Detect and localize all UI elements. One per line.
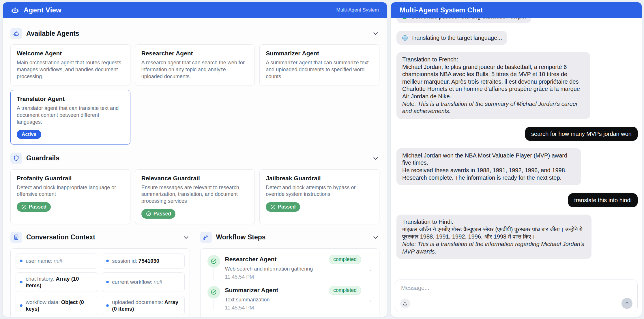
workflow-step-summarizer: Summarizer Agent completed → Text summar… xyxy=(207,286,372,317)
bottom-sections: Conversation Context user name: null ses… xyxy=(10,232,379,317)
message-heading: Translation to French: xyxy=(402,56,585,63)
assistant-message-hindi: Translation to Hindi: माइकल जॉर्डन ने एन… xyxy=(396,215,591,259)
arrow-right-icon[interactable]: → xyxy=(366,265,372,273)
step-time: 11:45:54 PM xyxy=(225,305,372,311)
message-line: Michael Jordan won the NBA Most Valuable… xyxy=(402,152,575,167)
guardrail-description: Ensure messages are relevant to research… xyxy=(141,184,249,205)
guardrail-card-relevance: Relevance Guardrail Ensure messages are … xyxy=(135,169,255,224)
step-name: Researcher Agent xyxy=(225,256,277,263)
arrow-up-icon xyxy=(624,301,630,306)
section-title: Conversation Context xyxy=(26,233,95,241)
chevron-down-icon[interactable] xyxy=(182,234,190,241)
chat-header: Multi-Agent System Chat xyxy=(391,2,642,18)
assistant-message-clipped: Guardrails passed. Starting translation … xyxy=(396,18,531,23)
chat-title: Multi-Agent System Chat xyxy=(400,6,483,14)
agent-description: Main orchestration agent that routes req… xyxy=(17,59,124,80)
message-line: Research complete. The information is re… xyxy=(402,174,575,182)
blue-dot-icon xyxy=(20,260,23,262)
document-icon xyxy=(10,232,22,243)
passed-badge: Passed xyxy=(141,209,175,219)
check-circle-icon xyxy=(207,255,220,268)
guardrails-grid: Profanity Guardrail Detect and block ina… xyxy=(10,169,379,224)
context-item-uploaded-documents: uploaded documents: Array (0 items) xyxy=(102,296,184,315)
agent-card-summarizer: Summarizer Agent A summarizer agent that… xyxy=(259,44,379,85)
agent-view-header: Agent View Multi-Agent System xyxy=(3,2,387,18)
chevron-down-icon[interactable] xyxy=(372,234,379,241)
check-circle-icon xyxy=(207,286,220,299)
passed-badge: Passed xyxy=(266,202,300,212)
agents-grid: Welcome Agent Main orchestration agent t… xyxy=(10,44,379,145)
step-time: 11:45:54 PM xyxy=(225,274,372,280)
message-line: He received these awards in 1988, 1991, … xyxy=(402,167,575,174)
message-heading: Translation to Hindi: xyxy=(402,218,586,226)
globe-icon xyxy=(402,35,408,41)
message-text: Guardrails passed. Starting translation … xyxy=(411,18,526,20)
arrow-right-icon[interactable]: → xyxy=(366,296,372,304)
guardrail-name: Jailbreak Guardrail xyxy=(266,175,373,182)
step-description: Web search and information gathering xyxy=(225,266,372,272)
message-note: Note: This is a translation of the summa… xyxy=(402,100,585,115)
section-title: Available Agents xyxy=(26,30,79,37)
agent-view-panel: Agent View Multi-Agent System Available … xyxy=(3,2,387,317)
message-note: Note: This is a translation of the infor… xyxy=(402,241,586,255)
user-message: search for how many MVPs jordan won xyxy=(525,127,638,141)
agent-name: Summarizer Agent xyxy=(266,50,373,57)
agent-description: A summarizer agent that can summarize te… xyxy=(266,59,373,80)
message-input[interactable] xyxy=(395,280,637,296)
step-description: Text summarization xyxy=(225,297,372,303)
agent-card-researcher: Researcher Agent A research agent that c… xyxy=(135,44,255,85)
completed-badge: completed xyxy=(329,255,361,264)
robot-icon xyxy=(11,6,19,14)
guardrail-name: Relevance Guardrail xyxy=(141,175,249,182)
section-title: Guardrails xyxy=(26,154,59,162)
message-body: माइकल जॉर्डन ने एनबीए मोस्ट वैल्यूएबल प्… xyxy=(402,226,586,241)
blue-dot-icon xyxy=(106,260,109,262)
chat-messages[interactable]: Guardrails passed. Starting translation … xyxy=(391,18,642,275)
guardrail-description: Detect and block attempts to bypass or o… xyxy=(266,184,373,198)
guardrail-name: Profanity Guardrail xyxy=(17,175,124,182)
assistant-message-mvp: Michael Jordan won the NBA Most Valuable… xyxy=(396,148,581,185)
agent-description: A research agent that can search the web… xyxy=(141,59,249,80)
section-available-agents: Available Agents xyxy=(10,28,379,39)
context-item-current-workflow: current workflow: null xyxy=(102,272,184,292)
context-card: user name: null session id: 7541030 chat… xyxy=(10,248,190,317)
context-item-session-id: session id: 7541030 xyxy=(102,254,184,269)
step-name: Summarizer Agent xyxy=(225,287,278,294)
agent-name: Researcher Agent xyxy=(141,50,249,57)
chevron-down-icon[interactable] xyxy=(372,30,379,37)
context-item-chat-history: chat history: Array (10 items) xyxy=(16,272,98,292)
active-badge: Active xyxy=(17,130,41,139)
user-message: translate this into hindi xyxy=(568,193,638,207)
conversation-context-section: Conversation Context user name: null ses… xyxy=(10,232,190,317)
check-circle-icon xyxy=(146,211,151,217)
context-item-user-name: user name: null xyxy=(16,254,98,269)
panel-subtitle: Multi-Agent System xyxy=(336,7,379,13)
send-button[interactable] xyxy=(621,298,632,309)
upload-icon xyxy=(402,301,408,306)
app: Agent View Multi-Agent System Available … xyxy=(0,0,644,319)
workflow-step-researcher: Researcher Agent completed → Web search … xyxy=(207,255,372,286)
section-workflow-steps: Workflow Steps xyxy=(200,232,380,243)
agent-card-welcome: Welcome Agent Main orchestration agent t… xyxy=(10,44,130,85)
message-text: Translating to the target language... xyxy=(411,34,502,42)
section-title: Workflow Steps xyxy=(216,233,266,241)
chat-panel: Multi-Agent System Chat Guardrails passe… xyxy=(391,2,642,317)
assistant-message-translating: Translating to the target language... xyxy=(396,31,507,45)
check-circle-icon xyxy=(21,204,27,210)
guardrail-description: Detect and block inappropriate language … xyxy=(17,184,124,198)
branch-icon xyxy=(200,232,212,243)
blue-dot-icon xyxy=(106,281,109,283)
shield-icon xyxy=(10,153,22,164)
message-input-container xyxy=(395,279,638,312)
agent-description: A translator agent that can translate te… xyxy=(17,105,124,125)
upload-button[interactable] xyxy=(400,299,410,308)
chevron-down-icon[interactable] xyxy=(372,155,379,162)
check-circle-icon xyxy=(270,204,276,210)
agent-name: Welcome Agent xyxy=(17,50,124,57)
section-conversation-context: Conversation Context xyxy=(10,232,190,243)
blue-dot-icon xyxy=(20,304,23,307)
workflow-card: Researcher Agent completed → Web search … xyxy=(200,248,380,317)
guardrail-card-profanity: Profanity Guardrail Detect and block ina… xyxy=(10,169,130,224)
context-item-workflow-data: workflow data: Object (0 keys) xyxy=(16,296,98,315)
agent-name: Translator Agent xyxy=(17,95,124,102)
